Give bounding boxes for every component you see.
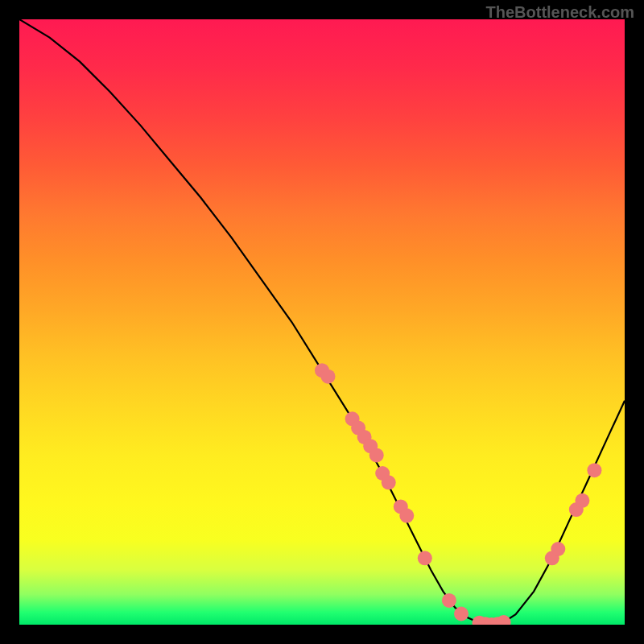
plot-area [19,19,625,625]
data-point [399,509,414,523]
data-point [418,551,432,565]
data-point [551,542,565,556]
data-point [497,615,511,625]
chart-svg [19,19,625,625]
data-point [454,607,469,621]
data-point [321,369,336,384]
bottleneck-curve-line [19,19,625,625]
watermark-text: TheBottleneck.com [486,3,634,22]
data-point [587,463,601,477]
data-point [442,593,456,608]
data-point-group [315,363,601,625]
data-point [575,493,589,508]
data-point [369,448,384,462]
data-point [382,475,396,489]
